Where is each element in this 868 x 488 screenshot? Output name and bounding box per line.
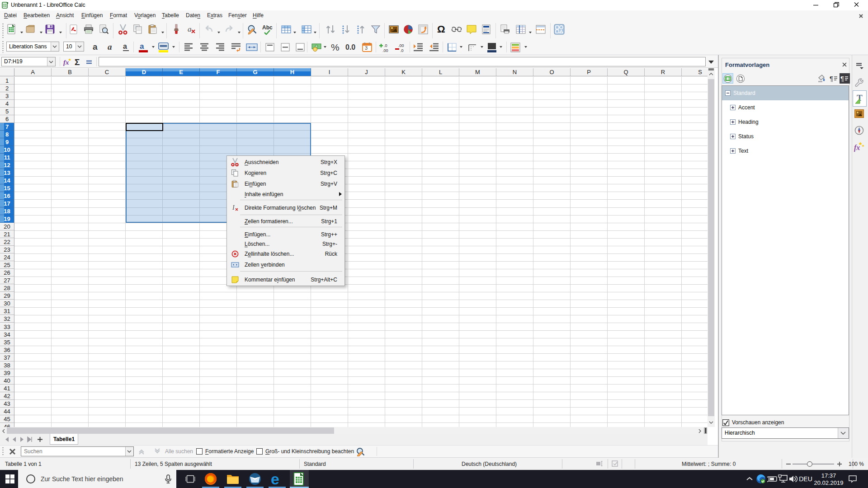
svg-text:I: I: [232, 204, 235, 211]
svg-text:3: 3: [365, 45, 368, 51]
svg-text:e: e: [271, 472, 279, 486]
svg-text:a: a: [123, 42, 127, 50]
svg-text:a: a: [108, 42, 112, 52]
svg-text:¶: ¶: [840, 75, 844, 82]
svg-text:Σ: Σ: [75, 57, 80, 67]
svg-text:.00: .00: [382, 48, 388, 53]
svg-text:fx: fx: [63, 59, 69, 66]
svg-text:.0: .0: [400, 48, 404, 53]
svg-text:.00: .00: [398, 43, 404, 48]
svg-text:¶: ¶: [830, 75, 833, 82]
svg-text:0.0: 0.0: [345, 43, 355, 51]
svg-text:.0: .0: [384, 43, 387, 48]
svg-text:a: a: [140, 42, 144, 51]
svg-text:Abc: Abc: [262, 24, 273, 31]
svg-text:fx: fx: [854, 144, 860, 152]
svg-text:Ω: Ω: [437, 24, 445, 35]
svg-text:a: a: [93, 42, 98, 52]
svg-text:a: a: [188, 25, 192, 33]
svg-text:%: %: [331, 42, 340, 52]
